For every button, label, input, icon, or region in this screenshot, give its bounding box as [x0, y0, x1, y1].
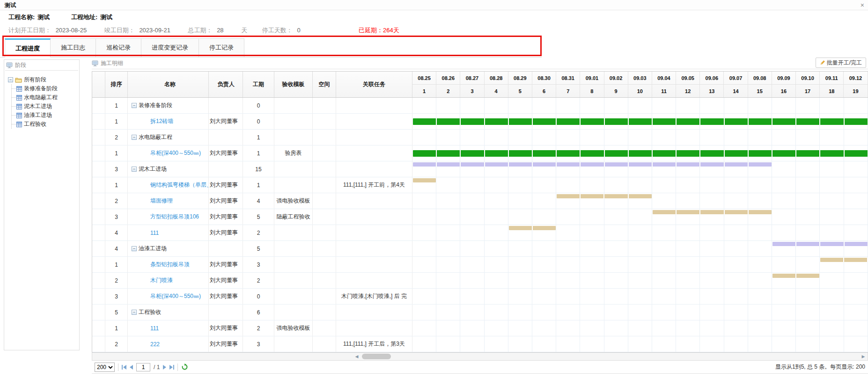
batch-start-finish-button[interactable]: 批量开工/完工	[816, 58, 866, 68]
collapse-icon[interactable]: −	[132, 135, 137, 140]
task-name-link[interactable]: 墙面修理	[132, 197, 173, 205]
gantt-bar-plan[interactable]	[772, 242, 868, 246]
gantt-row-cell[interactable]	[412, 193, 868, 209]
gantt-bar-plan[interactable]	[413, 162, 772, 167]
gantt-bar-plan[interactable]	[557, 194, 652, 198]
row-duration-cell: 0	[243, 98, 274, 113]
group-name[interactable]: −油漆工进场	[132, 245, 167, 253]
gantt-row-cell[interactable]	[412, 114, 868, 129]
gantt-bar-plan[interactable]	[653, 210, 772, 214]
group-name[interactable]: −水电隐蔽工程	[132, 133, 172, 141]
row-template-cell	[274, 241, 313, 256]
gantt-row-cell[interactable]	[412, 225, 868, 240]
task-name-link[interactable]: 方型铝扣板吊顶106	[132, 213, 199, 221]
gantt-row-cell[interactable]	[412, 273, 868, 288]
gantt-row-cell[interactable]	[412, 177, 868, 193]
tab-进度变更记录[interactable]: 进度变更记录	[141, 38, 199, 58]
gantt-row-cell[interactable]	[412, 145, 868, 161]
row-seq-cell: 4	[105, 241, 128, 256]
prev-page-button[interactable]	[130, 365, 133, 370]
tree-item-水电隐蔽工程[interactable]: 水电隐蔽工程	[12, 93, 76, 102]
tree-item-工程验收[interactable]: 工程验收	[12, 120, 76, 129]
gantt-row-cell[interactable]	[412, 241, 868, 256]
gantt-row-cell[interactable]	[412, 289, 868, 304]
gantt-bar-actual[interactable]	[413, 150, 868, 157]
gantt-row-cell[interactable]	[412, 305, 868, 320]
group-name-label: 水电隐蔽工程	[139, 133, 172, 141]
tree-item-泥木工进场[interactable]: 泥木工进场	[12, 102, 76, 111]
task-name-link[interactable]: 吊柜(深400～550㎜)	[132, 149, 201, 157]
row-related-cell: 111,[111,] 开工后，第3天	[336, 336, 412, 352]
row-related-cell: 111,[111,] 开工前，第4天	[336, 177, 412, 193]
task-name-link[interactable]: 111	[132, 230, 159, 236]
table-icon	[16, 122, 22, 127]
task-name-link[interactable]: 111	[132, 325, 159, 332]
row-seq-cell: 3	[105, 209, 128, 225]
tree-item-label[interactable]: 水电隐蔽工程	[24, 94, 58, 102]
tree-item-油漆工进场[interactable]: 油漆工进场	[12, 111, 76, 120]
scroll-right-arrow-icon[interactable]: ▶	[860, 354, 867, 359]
gantt-bar-plan[interactable]	[772, 274, 819, 278]
page-number-input[interactable]	[136, 363, 150, 371]
gantt-row-cell[interactable]	[412, 257, 868, 272]
task-name-link[interactable]: 拆12砖墙	[132, 117, 173, 125]
tree-item-装修准备阶段[interactable]: 装修准备阶段	[12, 84, 76, 93]
collapse-icon[interactable]: −	[132, 103, 137, 108]
first-page-button[interactable]	[122, 365, 126, 370]
finish-label: 竣工日期：	[104, 27, 135, 34]
row-space-cell	[313, 225, 336, 240]
gantt-row-cell[interactable]	[412, 209, 868, 225]
group-name[interactable]: −装修准备阶段	[132, 102, 172, 109]
collapse-icon[interactable]: −	[132, 246, 137, 251]
gantt-row-cell[interactable]	[412, 98, 868, 113]
tree-item-label[interactable]: 装修准备阶段	[24, 85, 58, 93]
tree-root-all-phases[interactable]: − 所有阶段	[8, 75, 76, 84]
task-name-link[interactable]: 条型铝扣板吊顶	[132, 261, 190, 269]
gantt-bar-plan[interactable]	[509, 226, 556, 230]
row-seq-cell: 1	[105, 145, 128, 161]
gantt-bar-plan[interactable]	[413, 178, 436, 182]
tree-item-label[interactable]: 油漆工进场	[24, 111, 52, 119]
gantt-row-cell[interactable]	[412, 130, 868, 145]
next-page-button[interactable]	[163, 365, 166, 370]
row-duration-cell: 1	[243, 130, 274, 145]
stop-days-field[interactable]: 0	[297, 24, 338, 37]
collapse-icon[interactable]: −	[132, 310, 137, 315]
scroll-left-arrow-icon[interactable]: ◀	[353, 354, 360, 359]
construction-detail-panel: 施工明细 批量开工/完工 排序 名称 负责人 工期 验收模板 空间 关联任务 0…	[86, 58, 868, 385]
last-page-button[interactable]	[169, 365, 174, 370]
horizontal-scrollbar[interactable]: ◀ ▶	[92, 353, 868, 361]
table-row: 3吊柜(深400～550㎜)刘大同董事0木门喷漆,[木门喷漆,] 后 完	[92, 289, 868, 305]
scrollbar-thumb[interactable]	[362, 354, 391, 359]
row-related-cell	[336, 257, 412, 272]
task-name-link[interactable]: 吊柜(深400～550㎜)	[132, 292, 201, 300]
row-owner-cell: 刘大同董事	[209, 225, 243, 240]
collapse-icon[interactable]: −	[8, 77, 13, 82]
monitor-icon	[6, 62, 13, 68]
refresh-icon[interactable]	[181, 363, 188, 370]
row-owner-cell	[209, 161, 243, 177]
tree-item-label[interactable]: 工程验收	[24, 120, 46, 128]
gantt-bar-actual[interactable]	[413, 118, 868, 125]
collapse-icon[interactable]: −	[132, 167, 137, 172]
gantt-row-cell[interactable]	[412, 320, 868, 336]
tab-工程进度[interactable]: 工程进度	[5, 38, 51, 58]
tab-施工日志[interactable]: 施工日志	[51, 38, 96, 58]
tree-item-label[interactable]: 泥木工进场	[24, 102, 52, 110]
gantt-row-cell[interactable]	[412, 336, 868, 352]
gantt-row-cell[interactable]	[412, 161, 868, 177]
tree-root-label[interactable]: 所有阶段	[24, 76, 46, 84]
gantt-date-09.04: 09.04	[652, 72, 676, 84]
close-icon[interactable]: ×	[861, 0, 864, 10]
gantt-bar-plan[interactable]	[820, 258, 868, 262]
group-name[interactable]: −泥木工进场	[132, 165, 167, 173]
task-name-link[interactable]: 钢结构弧弯楼梯（单层、长	[132, 181, 209, 189]
task-name-link[interactable]: 木门喷漆	[132, 276, 173, 284]
page-size-select[interactable]: 200	[95, 363, 115, 372]
row-gutter-cell	[92, 241, 105, 256]
group-name[interactable]: −工程验收	[132, 308, 161, 316]
stop-days-label: 停工天数：	[262, 27, 293, 34]
tab-停工记录[interactable]: 停工记录	[199, 38, 244, 58]
tab-巡检记录[interactable]: 巡检记录	[96, 38, 141, 58]
task-name-link[interactable]: 222	[132, 341, 160, 348]
